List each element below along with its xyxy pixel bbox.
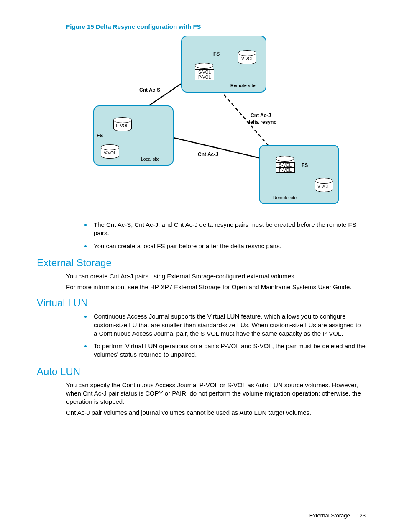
heading-external-storage: External Storage	[37, 257, 366, 269]
fs-label: FS	[213, 51, 220, 57]
paragraph: You can specify the Continuous Access Jo…	[66, 381, 366, 406]
vvol-label: V-VOL	[104, 151, 116, 155]
local-site-label: Local site	[141, 157, 159, 162]
diagram: S-VOLP-VOL FS V-VOL Remote site P-VOL FS…	[66, 33, 366, 211]
paragraph: Cnt Ac-J pair volumes and journal volume…	[66, 409, 366, 417]
delta-resync-label: delta resync	[247, 119, 276, 125]
page-number: 123	[356, 512, 366, 519]
fs-label: FS	[302, 162, 308, 168]
footer-section: External Storage	[309, 512, 350, 519]
vvol-label: V-VOL	[241, 57, 253, 61]
vvol-label: V-VOL	[317, 184, 330, 189]
pvol-label: P-VOL	[116, 123, 128, 128]
list-item: Continuous Access Journal supports the V…	[91, 312, 366, 338]
svol-pvol-label: S-VOLP-VOL	[276, 162, 295, 173]
svol-pvol-label: S-VOLP-VOL	[195, 69, 214, 80]
remote-site-label: Remote site	[230, 83, 256, 88]
heading-virtual-lun: Virtual LUN	[37, 297, 366, 309]
paragraph: For more information, see the HP XP7 Ext…	[66, 283, 366, 291]
cnt-ac-s-label: Cnt Ac-S	[139, 87, 160, 93]
page-footer: External Storage 123	[309, 512, 366, 519]
remote-site-lower	[259, 145, 339, 204]
cnt-ac-j-label: Cnt Ac-J	[198, 152, 218, 157]
figure-notes-list: The Cnt Ac-S, Cnt Ac-J, and Cnt Ac-J del…	[37, 221, 366, 250]
remote-site-label: Remote site	[273, 195, 297, 200]
paragraph: You can create Cnt Ac-J pairs using Exte…	[66, 272, 366, 280]
list-item: You can create a local FS pair before or…	[91, 242, 366, 250]
virtual-lun-list: Continuous Access Journal supports the V…	[37, 312, 366, 359]
list-item: The Cnt Ac-S, Cnt Ac-J, and Cnt Ac-J del…	[91, 221, 366, 238]
list-item: To perform Virtual LUN operations on a p…	[91, 342, 366, 359]
heading-auto-lun: Auto LUN	[37, 366, 366, 378]
fs-label: FS	[97, 133, 103, 139]
cnt-ac-j-delta-label: Cnt Ac-J	[251, 113, 271, 118]
figure-caption: Figure 15 Delta Resync configuration wit…	[66, 23, 366, 30]
